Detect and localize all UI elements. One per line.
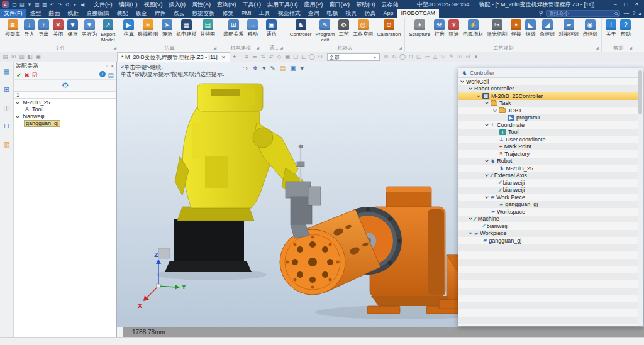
dialog-launcher-icon[interactable]: ◢ — [214, 45, 217, 52]
ribbon-button-item[interactable]: ↑导出 — [36, 19, 51, 38]
tab-item[interactable]: 焊件 — [151, 9, 170, 18]
quick-access-icon[interactable]: ↺ — [64, 2, 71, 8]
dialog-launcher-icon[interactable]: ◢ — [630, 45, 633, 52]
docbar-icon[interactable]: ✎ — [448, 52, 456, 62]
render-style-arrow-icon[interactable]: ▾ — [262, 65, 265, 72]
pin-icon[interactable]: ⚲ — [539, 10, 543, 16]
tab-item[interactable]: 电极 — [323, 9, 342, 18]
tree-item-external-axis[interactable]: ∕∕External Axis — [458, 172, 638, 180]
chevron-down-icon[interactable] — [16, 101, 19, 104]
confirm-icon[interactable]: ✔ — [16, 71, 21, 79]
restore-button[interactable]: ▢ — [621, 0, 631, 9]
chevron-down-icon[interactable] — [477, 94, 480, 97]
tab-pmi[interactable]: PMI — [238, 9, 255, 18]
solid-display-arrow-icon[interactable]: ▾ — [301, 65, 304, 72]
tree-item-user-coordinate[interactable]: ⊥User coordinate — [458, 136, 638, 143]
chevron-down-icon[interactable] — [460, 79, 464, 83]
tab-item[interactable]: 修复 — [219, 9, 238, 18]
ribbon-collapse-icon[interactable]: ▴ — [638, 10, 641, 16]
quick-access-icon[interactable]: ◀ — [79, 2, 86, 8]
ribbon-button-item[interactable]: ➤漫游 — [160, 19, 174, 38]
tree-item-bianweiji[interactable]: bianweiji — [14, 113, 116, 120]
tree-item-a-tool[interactable]: A_Tool — [14, 106, 116, 113]
menu-h[interactable]: 帮助(H) — [353, 0, 379, 9]
dialog-launcher-icon[interactable]: ◢ — [596, 45, 599, 52]
ribbon-button-item[interactable]: ≣模型库 — [3, 19, 22, 38]
menu-i[interactable]: 插入(I) — [166, 0, 189, 9]
docbar-icon[interactable]: ⊙ — [407, 52, 415, 62]
tab-item[interactable]: 查询 — [304, 9, 323, 18]
chevron-down-icon[interactable] — [469, 216, 472, 220]
tree-item-mark-point[interactable]: +Mark Point — [458, 143, 638, 151]
quick-access-icon[interactable]: ▥ — [33, 2, 41, 8]
docbar-icon[interactable]: ◯ — [399, 52, 407, 62]
quick-access-icon[interactable]: ↷ — [56, 2, 64, 8]
tab-close-icon[interactable]: ✕ — [221, 55, 226, 60]
ribbon-button-calibration[interactable]: ⊕Calibration — [375, 19, 402, 38]
tree-item-gangguan-gj[interactable]: ▰gangguan_gj — [458, 237, 638, 244]
dialog-launcher-icon[interactable]: ◢ — [257, 45, 260, 52]
tab-item[interactable]: 装配 — [113, 9, 132, 18]
chevron-down-icon[interactable] — [469, 231, 472, 234]
tab-irobotcam[interactable]: IROBOTCAM — [397, 9, 440, 18]
exit-icon[interactable]: ↪ — [243, 65, 248, 72]
ribbon-button-export-model[interactable]: ↗Export Model — [99, 19, 117, 43]
ribbon-button-item[interactable]: ✕关闭 — [51, 19, 65, 38]
tree-item-job1[interactable]: JOB1 — [458, 107, 638, 114]
ribbon-button-item[interactable]: ↓导入 — [22, 19, 36, 38]
docbar-icon[interactable]: ◇ — [275, 52, 284, 62]
tab-item[interactable]: 点云 — [170, 9, 189, 18]
tab-f[interactable]: 文件(F) — [0, 9, 26, 18]
menu-t[interactable]: 工具(T) — [240, 0, 265, 9]
docbar-icon[interactable]: ▽ — [440, 52, 448, 62]
panel-restore-icon[interactable]: ▫ — [106, 63, 108, 69]
ribbon-button-item[interactable]: ▤甘特图 — [198, 19, 217, 38]
docbar-icon[interactable]: ◫ — [300, 52, 308, 62]
docbar-icon[interactable]: ◧ — [26, 52, 34, 62]
tree-item-trajectory[interactable]: STrajectory — [458, 150, 638, 158]
docbar-icon[interactable]: △ — [431, 52, 440, 62]
ribbon-button-item[interactable]: ◢角焊缝 — [538, 19, 557, 38]
tree-item-m-20ib-25[interactable]: M-20iB_25 — [14, 99, 116, 106]
ribbon-button-item[interactable]: ▰对接焊缝 — [557, 19, 580, 38]
docbar-icon[interactable]: ≡ — [243, 52, 251, 62]
tree-item-workcell[interactable]: WorkCell — [458, 78, 638, 85]
ribbon-button-item[interactable]: ◣焊缝 — [523, 19, 538, 38]
ribbon-button-program-edit[interactable]: ✎Program edit — [313, 19, 336, 43]
docbar-icon[interactable]: ⊘ — [464, 52, 472, 62]
docbar-icon[interactable]: ● — [472, 52, 480, 62]
minimize-button[interactable]: – — [610, 0, 621, 9]
dialog-launcher-icon[interactable]: ◢ — [114, 45, 117, 52]
tab-item[interactable]: 直接编辑 — [83, 9, 113, 18]
tree-item-gangguan-gj[interactable]: gangguan_gj — [14, 120, 116, 127]
solid-display-icon[interactable]: ▣ — [290, 65, 296, 72]
filter-dropdown[interactable]: 全部 ▼ — [327, 53, 380, 61]
tab-app[interactable]: App — [380, 9, 397, 18]
tree-item-machine[interactable]: ∕∕Machine — [458, 216, 638, 223]
info-icon[interactable]: i — [99, 71, 106, 77]
quick-access-icon[interactable]: ▼ — [26, 2, 33, 8]
ribbon-button-item[interactable]: ⚡电弧增材 — [461, 19, 485, 38]
docbar-icon[interactable]: ⇅ — [259, 52, 267, 62]
folder-icon[interactable]: ▤ — [280, 65, 286, 72]
tree-item-tool[interactable]: TTool — [458, 129, 638, 136]
chevron-down-icon[interactable] — [485, 195, 489, 199]
ribbon-button-item[interactable]: ▦机电建模 — [174, 19, 198, 38]
quick-access-icon[interactable]: ▾ — [71, 2, 79, 8]
tab-item[interactable]: 线框 — [64, 9, 83, 18]
docbar-icon[interactable]: ⇵ — [267, 52, 275, 62]
ribbon-button-item[interactable]: ✶碰撞检测 — [136, 19, 160, 38]
ribbon-button-item[interactable]: ◉点焊缝 — [580, 19, 599, 38]
menu-a[interactable]: 属性(A) — [189, 0, 214, 9]
docbar-icon[interactable]: ▱ — [423, 52, 431, 62]
command-search-input[interactable]: 查找命令 — [546, 10, 620, 17]
docbar-icon[interactable]: ▣ — [34, 52, 42, 62]
docbar-icon[interactable]: ▥ — [18, 52, 26, 62]
render-style-icon[interactable]: ❖ — [252, 65, 258, 72]
menu-n[interactable]: 查询(N) — [214, 0, 240, 9]
quick-access-icon[interactable]: ▥ — [41, 2, 48, 8]
tab-item[interactable]: 视觉样式 — [274, 9, 304, 18]
chevron-down-icon[interactable] — [485, 101, 489, 104]
apply-check-icon[interactable]: ☑ — [32, 71, 38, 79]
prompt-icon[interactable]: ▤ — [108, 71, 114, 79]
